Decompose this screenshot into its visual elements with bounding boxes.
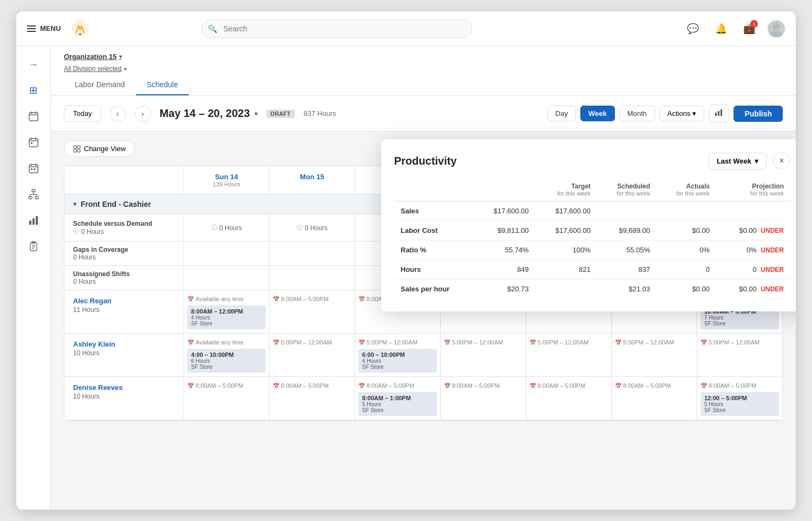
sidebar-item-calendar3[interactable] [22,157,45,180]
tabs: Labor Demand Schedule [64,75,783,95]
org-selector[interactable]: Organization 15 ▾ [64,53,122,61]
prod-actuals-4: $0.00 [657,279,716,299]
month-view-button[interactable]: Month [619,106,655,121]
sidebar-item-dashboard[interactable]: ⊞ [22,79,45,102]
col-target: Target for this week [535,178,597,201]
avail-text-2-0: 📅8:00AM – 5:00PM [187,380,266,391]
prod-metric-0: Sales [394,201,474,221]
emp-cell-1-3[interactable]: 📅5:00PM – 12:00AM [440,334,526,376]
svg-rect-4 [29,113,38,121]
sidebar-item-calendar1[interactable] [22,105,45,128]
week-view-button[interactable]: Week [580,106,615,121]
info-icon-2: ⓘ [297,224,303,232]
menu-button[interactable]: MENU [27,24,61,32]
sidebar-item-analytics[interactable] [22,209,45,232]
svg-rect-34 [715,113,717,116]
week-dropdown-arrow: ▾ [755,157,758,165]
bell-icon[interactable]: 🔔 [711,19,731,38]
shift-block-1-0[interactable]: 4:00 – 10:00PM6 HoursSF Store [187,349,266,373]
division-selector[interactable]: All Division selected [64,65,122,73]
emp-cell-2-6[interactable]: 📅8:00AM – 5:00PM12:00 – 5:00PM5 HoursSF … [697,377,782,420]
emp-name-0[interactable]: Alec Regan [73,297,175,305]
emp-cell-1-6[interactable]: 📅5:00PM – 12:00AM [697,334,782,376]
emp-cell-2-3[interactable]: 📅8:00AM – 5:00PM [440,377,526,420]
shift-block-0-0[interactable]: 8:00AM – 12:00PM4 HoursSF Store [187,305,266,329]
close-productivity-button[interactable]: × [773,152,790,170]
prod-row-0: Sales $17,600.00 $17,600.00 [394,201,790,221]
svg-rect-12 [31,142,32,144]
publish-button[interactable]: Publish [734,106,783,122]
col-scheduled: Scheduled for this week [597,178,657,201]
svg-rect-8 [29,139,38,147]
employee-row-2: Denise Reeves10 Hours📅8:00AM – 5:00PM📅8:… [64,377,782,420]
tab-schedule[interactable]: Schedule [136,75,189,95]
col-metric [394,178,474,201]
prod-projection-1: $0.00 UNDER [716,221,790,240]
prod-metric-4: Sales per hour [394,279,474,299]
date-dropdown-arrow[interactable]: ▾ [254,110,258,118]
col-projection: Projection for this week [716,178,790,201]
shift-block-2-6[interactable]: 12:00 – 5:00PM5 HoursSF Store [700,392,779,416]
today-button[interactable]: Today [64,105,101,122]
prod-scheduled-4: $21.03 [597,279,657,299]
employee-row-1: Ashley Klein10 Hours📅Available any time4… [64,334,782,377]
emp-cell-1-2[interactable]: 📅5:00PM – 12:00AM6:00 – 10:00PM4 HoursSF… [355,334,440,376]
sidebar-item-clipboard[interactable] [22,235,45,258]
shift-block-2-2[interactable]: 8:00AM – 1:00PM5 HoursSF Store [358,392,437,416]
prod-metric-1: Labor Cost [394,221,474,240]
emp-cell-2-4[interactable]: 📅8:00AM – 5:00PM [526,377,611,420]
emp-cell-1-0[interactable]: 📅Available any time4:00 – 10:00PM6 Hours… [184,334,269,376]
briefcase-icon[interactable]: 💼 1 [739,19,759,38]
division-arrow: ▾ [124,66,127,72]
svg-text:w: w [78,31,82,36]
sidebar-item-calendar2[interactable] [22,131,45,154]
emp-cell-1-5[interactable]: 📅5:00PM – 12:00AM [611,334,697,376]
emp-name-1[interactable]: Ashley Klein [73,340,175,348]
section-name: Front End - Cashier [81,200,151,209]
prod-scheduled-0 [597,201,657,221]
emp-cell-1-4[interactable]: 📅5:00PM – 12:00AM [526,334,611,376]
svg-rect-27 [32,218,35,225]
change-view-button[interactable]: Change View [64,140,135,157]
prev-week-button[interactable]: ‹ [110,106,126,122]
grid-header-mon: Mon 15 [269,166,355,194]
section-chevron[interactable]: ▾ [73,200,76,208]
tab-labor-demand[interactable]: Labor Demand [64,75,136,95]
svg-rect-28 [36,216,38,225]
chart-button[interactable] [709,105,729,122]
week-selector[interactable]: Last Week ▾ [709,153,767,170]
gaps-sub: 0 Hours [73,253,175,261]
emp-name-2[interactable]: Denise Reeves [73,383,175,392]
shift-block-1-2[interactable]: 6:00 – 10:00PM4 HoursSF Store [358,349,437,373]
emp-cell-2-2[interactable]: 📅8:00AM – 5:00PM8:00AM – 1:00PM5 HoursSF… [355,377,440,420]
next-week-button[interactable]: › [135,106,151,122]
prod-scheduled-1: $9,689.00 [597,221,657,240]
prod-table-body: Sales $17,600.00 $17,600.00 Labor Cost $… [394,201,790,299]
svg-rect-17 [31,168,32,170]
avail-text-1-0: 📅Available any time [187,337,266,348]
search-input[interactable] [201,19,472,38]
emp-cell-2-1[interactable]: 📅8:00AM – 5:00PM [269,377,355,420]
sidebar-item-org[interactable] [22,183,45,206]
emp-cell-0-1[interactable]: 📅8:00AM – 5:00PM [269,290,355,333]
emp-cell-2-0[interactable]: 📅8:00AM – 5:00PM [184,377,269,420]
prod-projection-0 [716,201,790,221]
emp-cell-0-0[interactable]: 📅Available any time8:00AM – 12:00PM4 Hou… [184,290,269,333]
prod-metric-2: Ratio % [394,240,474,260]
emp-cell-2-5[interactable]: 📅8:00AM – 5:00PM [611,377,697,420]
emp-cell-1-1[interactable]: 📅5:00PM – 12:00AM [269,334,355,376]
search-bar[interactable]: 🔍 [201,19,472,38]
avatar[interactable] [768,20,785,37]
prod-target-4 [535,279,597,299]
sidebar: → ⊞ [16,46,51,510]
grid-header-empty [64,166,184,194]
prod-actuals-3: 0 [657,260,716,279]
actions-button[interactable]: Actions ▾ [659,106,705,121]
org-dropdown-arrow: ▾ [119,54,122,60]
prod-actual-1: $9,811.00 [474,221,535,240]
sidebar-item-pin[interactable]: → [22,53,45,76]
prod-actual-0: $17,600.00 [474,201,535,221]
day-view-button[interactable]: Day [547,106,576,121]
avail-text-1-4: 📅5:00PM – 12:00AM [529,337,608,348]
chat-icon[interactable]: 💬 [683,19,703,38]
